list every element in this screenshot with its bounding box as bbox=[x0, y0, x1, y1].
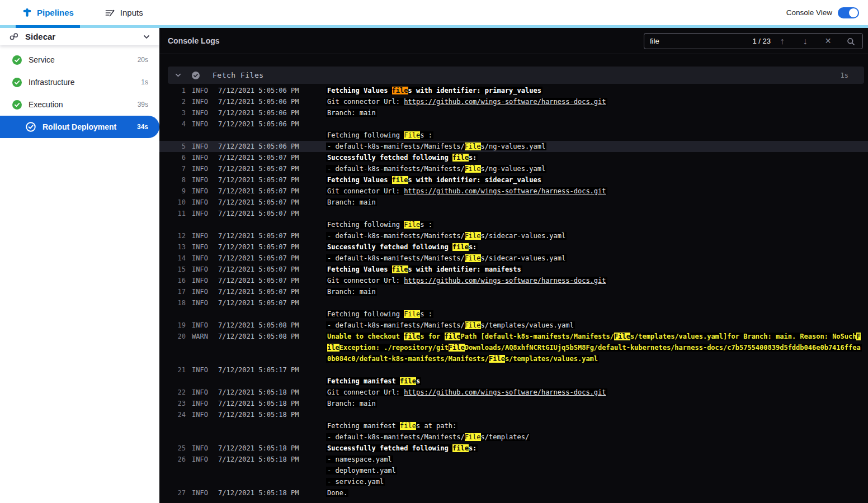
line-number: 20 bbox=[168, 331, 186, 342]
log-line: - default-k8s-manifests/Manifests/Files/… bbox=[327, 230, 868, 241]
console-view-toggle[interactable] bbox=[838, 7, 859, 18]
line-number: 16 bbox=[168, 275, 186, 286]
log-text: Downloads/AQ8xhfNCRtGIUjq5bSM8Fg/default… bbox=[465, 344, 861, 352]
log-level: INFO bbox=[192, 253, 212, 264]
step-duration: 34s bbox=[137, 123, 148, 131]
log-line: - default-k8s-manifests/Manifests/Files/… bbox=[327, 163, 868, 174]
log-level: INFO bbox=[192, 275, 212, 286]
log-row: 7INFO7/12/2021 5:05:07 PM- default-k8s-m… bbox=[159, 163, 868, 174]
line-number: 5 bbox=[168, 141, 186, 152]
log-line: Successfully fetched following files: bbox=[327, 241, 868, 253]
search-counter: 1 / 23 bbox=[752, 37, 771, 45]
log-line: Fetching following Files : bbox=[327, 309, 868, 320]
log-text: Fetching manifest bbox=[327, 422, 400, 430]
log-row: 14INFO7/12/2021 5:05:07 PM- default-k8s-… bbox=[159, 253, 868, 264]
line-number: 1 bbox=[168, 85, 186, 96]
log-row: 26INFO7/12/2021 5:05:18 PM- namespace.ya… bbox=[159, 454, 868, 487]
sidebar-item-execution[interactable]: Execution39s bbox=[0, 93, 159, 116]
log-text: Git connector Url: bbox=[327, 187, 404, 195]
log-text: s: bbox=[469, 243, 477, 251]
log-message: Successfully fetched following files: bbox=[327, 241, 868, 253]
pipelines-icon bbox=[22, 8, 32, 17]
log-text-chip: Git connector Url: https://github.com/wi… bbox=[326, 187, 607, 195]
step-duration: 20s bbox=[138, 56, 148, 64]
step-label: Rollout Deployment bbox=[43, 122, 116, 131]
log-text-chip: Done. bbox=[326, 489, 348, 497]
log-row: 17INFO7/12/2021 5:05:07 PMBranch: main bbox=[159, 286, 868, 297]
log-text: Branch: main bbox=[327, 400, 376, 407]
sidebar-item-infrastructure[interactable]: Infrastructure1s bbox=[0, 71, 159, 93]
tab-pipelines[interactable]: Pipelines bbox=[22, 8, 74, 17]
tab-pipelines-label: Pipelines bbox=[37, 8, 74, 17]
log-text: Fetching following bbox=[327, 221, 404, 229]
log-level: INFO bbox=[192, 118, 212, 130]
log-level: INFO bbox=[192, 208, 212, 219]
log-link[interactable]: https://github.com/wings-software/harnes… bbox=[404, 187, 606, 195]
log-link[interactable]: https://github.com/wings-software/harnes… bbox=[404, 277, 606, 284]
log-section-header[interactable]: Fetch Files 1s bbox=[168, 67, 864, 84]
stage-header[interactable]: Sidecar bbox=[0, 28, 159, 45]
log-level: INFO bbox=[192, 174, 212, 186]
log-level: INFO bbox=[192, 454, 212, 465]
log-line: Fetching manifest files bbox=[327, 376, 868, 387]
log-link[interactable]: https://github.com/wings-software/harnes… bbox=[404, 98, 606, 106]
log-message: Fetching following Files : bbox=[327, 118, 868, 141]
search-match-highlight: file bbox=[400, 377, 416, 385]
log-link[interactable]: https://github.com/wings-software/harnes… bbox=[404, 388, 606, 396]
log-row: 11INFO7/12/2021 5:05:07 PM Fetching foll… bbox=[159, 208, 868, 230]
section-chevron-down-icon[interactable] bbox=[174, 72, 182, 79]
log-line: ileException: ./repository/gitFileDownlo… bbox=[327, 342, 868, 353]
search-submit-button[interactable] bbox=[839, 34, 862, 49]
log-message: - default-k8s-manifests/Manifests/Files/… bbox=[327, 253, 868, 264]
log-text: s : bbox=[420, 310, 432, 318]
line-number: 21 bbox=[168, 364, 186, 376]
log-level: INFO bbox=[192, 163, 212, 174]
log-level: INFO bbox=[192, 320, 212, 331]
log-text: Fetching following bbox=[327, 310, 404, 318]
log-message: Successfully fetched following files: bbox=[327, 152, 868, 163]
log-timestamp: 7/12/2021 5:05:18 PM bbox=[218, 409, 300, 420]
log-line: - default-k8s-manifests/Manifests/Files/… bbox=[327, 431, 868, 443]
log-line: Git connector Url: https://github.com/wi… bbox=[327, 387, 868, 398]
log-line bbox=[327, 208, 868, 219]
search-input[interactable] bbox=[644, 37, 752, 45]
log-text-chip: Fetching Values files with identifier: m… bbox=[326, 265, 522, 273]
log-message: Git connector Url: https://github.com/wi… bbox=[327, 275, 868, 286]
log-text: - default-k8s-manifests/Manifests/ bbox=[327, 232, 465, 240]
log-text: s with identifier: manifests bbox=[408, 265, 521, 273]
log-text: s with identifier: primary_values bbox=[408, 87, 541, 94]
search-match-highlight: file bbox=[400, 422, 416, 430]
check-circle-icon bbox=[12, 78, 22, 87]
search-match-highlight: file bbox=[452, 243, 469, 251]
search-match-highlight: File bbox=[404, 310, 420, 318]
log-level: INFO bbox=[192, 197, 212, 208]
search-match-highlight: File bbox=[465, 254, 481, 262]
log-message: Fetching manifest files bbox=[327, 364, 868, 387]
log-text-chip: Fetching Values files with identifier: s… bbox=[326, 176, 542, 184]
log-message: - default-k8s-manifests/Manifests/Files/… bbox=[327, 141, 868, 152]
log-line: - default-k8s-manifests/Manifests/Files/… bbox=[327, 253, 868, 264]
sidebar-item-rollout-deployment[interactable]: Rollout Deployment34s bbox=[0, 116, 159, 138]
search-prev-button[interactable]: ↑ bbox=[771, 34, 794, 49]
log-timestamp: 7/12/2021 5:05:08 PM bbox=[218, 331, 300, 342]
sidebar-item-service[interactable]: Service20s bbox=[0, 49, 159, 71]
log-text: Successfully fetched following bbox=[327, 444, 452, 452]
tab-inputs[interactable]: Inputs bbox=[105, 8, 143, 17]
search-clear-button[interactable]: ✕ bbox=[817, 34, 839, 49]
log-text-chip: Branch: main bbox=[326, 400, 377, 407]
console-title: Console Logs bbox=[168, 36, 220, 45]
log-row: 8INFO7/12/2021 5:05:07 PMFetching Values… bbox=[159, 174, 868, 186]
log-row: 21INFO7/12/2021 5:05:17 PM Fetching mani… bbox=[159, 364, 868, 387]
log-timestamp: 7/12/2021 5:05:07 PM bbox=[218, 264, 300, 275]
log-text: s with identifier: sidecar_values bbox=[408, 176, 541, 184]
log-text: Fetching Values bbox=[327, 176, 392, 184]
search-match-highlight: file bbox=[392, 176, 408, 184]
log-level: INFO bbox=[192, 96, 212, 107]
log-line: Done. bbox=[327, 487, 868, 499]
line-number: 23 bbox=[168, 398, 186, 409]
chevron-down-icon[interactable] bbox=[143, 33, 150, 41]
search-next-button[interactable]: ↓ bbox=[794, 34, 817, 49]
log-row: 10INFO7/12/2021 5:05:07 PMBranch: main bbox=[159, 197, 868, 208]
log-level: INFO bbox=[192, 264, 212, 275]
log-level: INFO bbox=[192, 141, 212, 152]
